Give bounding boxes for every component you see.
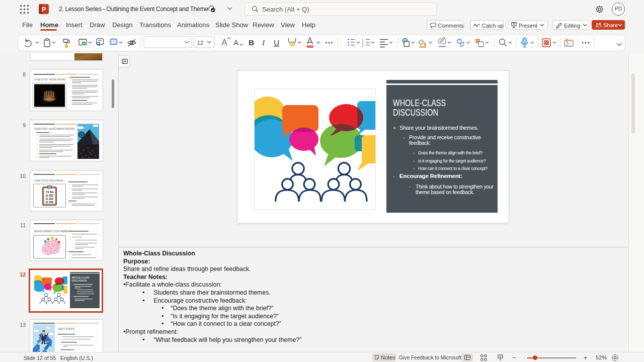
- svg-text:P: P: [42, 6, 46, 13]
- svg-text:NEXT STEPS: NEXT STEPS: [58, 327, 74, 330]
- svg-text:CASE STUDY DISCUSSION: CASE STUDY DISCUSSION: [34, 179, 63, 182]
- svg-text:CASE STUDY: REVELATIONS: CASE STUDY: REVELATIONS: [34, 78, 66, 81]
- svg-text:12: 12: [197, 40, 204, 46]
- svg-text:I: I: [262, 38, 265, 47]
- svg-text:BRAINSTORMING YOUR THEMES: BRAINSTORMING YOUR THEMES: [34, 230, 68, 233]
- svg-text:CASE STUDY: GLASTONBURY FESTIV: CASE STUDY: GLASTONBURY FESTIVAL: [34, 128, 75, 130]
- svg-text:TASK: TASK: [46, 191, 54, 194]
- svg-text:U: U: [274, 38, 279, 47]
- svg-text:B: B: [249, 38, 254, 47]
- svg-text:3: 3: [362, 44, 364, 47]
